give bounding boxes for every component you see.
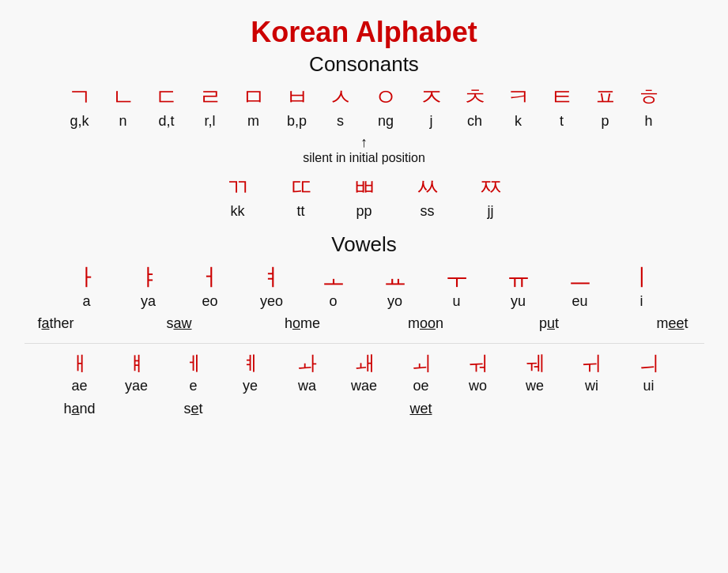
roman-u: u xyxy=(452,292,460,311)
hangul-n: ㄴ xyxy=(111,83,135,111)
underline-wet: wet xyxy=(409,401,432,417)
hangul-we: ㅞ xyxy=(525,352,545,376)
roman-eu: eu xyxy=(571,292,587,311)
hangul-h: ㅎ xyxy=(637,83,661,111)
roman-h: h xyxy=(644,111,652,131)
example-father: father xyxy=(0,315,118,332)
vowel-ye: ㅖ ye xyxy=(222,352,279,396)
underline-a: a xyxy=(41,315,49,331)
hangul-m: ㅁ xyxy=(242,83,266,111)
underline-a-hand: a xyxy=(71,401,79,417)
hangul-oe: ㅚ xyxy=(411,352,432,376)
hangul-eu: ㅡ xyxy=(568,263,592,292)
hangul-s: ㅅ xyxy=(329,83,353,111)
roman-jj: jj xyxy=(488,202,494,221)
hangul-gk: ㄱ xyxy=(68,83,92,111)
roman-oe: oe xyxy=(413,376,428,396)
consonant-ch: ㅊ ch xyxy=(453,83,496,131)
hangul-a: ㅏ xyxy=(75,263,99,292)
hangul-wae: ㅙ xyxy=(354,352,375,376)
roman-p: p xyxy=(601,111,609,131)
roman-dt: d,t xyxy=(158,111,174,131)
vowel-wae: ㅙ wae xyxy=(336,352,393,396)
roman-e: e xyxy=(189,376,197,396)
roman-pp: pp xyxy=(356,202,372,221)
hangul-kk: ㄲ xyxy=(226,173,250,202)
underline-o-home: o xyxy=(292,315,300,331)
vowel-eu: ㅡ eu xyxy=(549,263,611,311)
example-empty2 xyxy=(592,401,706,417)
hangul-e: ㅔ xyxy=(183,352,204,376)
roman-ss: ss xyxy=(421,202,435,221)
roman-we: we xyxy=(526,376,544,396)
hangul-yo: ㅛ xyxy=(383,263,407,292)
hangul-ui: ㅢ xyxy=(639,352,659,376)
hangul-rl: ㄹ xyxy=(198,83,222,111)
hangul-wo: ㅝ xyxy=(468,352,488,376)
example-hand: hand xyxy=(23,401,137,417)
roman-eo: eo xyxy=(202,292,217,311)
hangul-yu: ㅠ xyxy=(507,263,530,292)
consonant-h: ㅎ h xyxy=(627,83,670,131)
roman-wi: wi xyxy=(585,376,598,396)
roman-ng: ng xyxy=(378,111,394,131)
vowel-a: ㅏ a xyxy=(56,263,118,311)
hangul-pp: ㅃ xyxy=(353,173,376,202)
roman-ui: ui xyxy=(643,376,654,396)
consonant-k: ㅋ k xyxy=(496,83,540,131)
example-moon: moon xyxy=(364,315,488,332)
extra-vowels-row: ㅐ ae ㅒ yae ㅔ e ㅖ ye ㅘ wa ㅙ wae ㅚ oe ㅝ wo xyxy=(25,352,704,396)
vowel-yo: ㅛ yo xyxy=(364,263,426,311)
example-home: home xyxy=(241,315,364,332)
silent-note: ↑ silent in initial position xyxy=(25,134,704,165)
roman-a: a xyxy=(82,292,90,311)
consonant-p: ㅍ p xyxy=(583,83,627,131)
hangul-wa: ㅘ xyxy=(297,352,318,376)
example-wet xyxy=(251,401,364,417)
roman-t: t xyxy=(560,111,564,131)
consonant-bp: ㅂ b,p xyxy=(275,83,319,131)
vowel-ae: ㅐ ae xyxy=(51,352,108,396)
tense-jj: ㅉ jj xyxy=(459,173,522,221)
hangul-jj: ㅉ xyxy=(479,173,503,202)
up-arrow-icon: ↑ xyxy=(25,134,704,151)
consonant-dt: ㄷ d,t xyxy=(145,83,188,131)
example-put: put xyxy=(488,315,611,332)
basic-vowels-row: ㅏ a ㅑ ya ㅓ eo ㅕ yeo ㅗ o ㅛ yo xyxy=(25,263,704,311)
vowel-o: ㅗ o xyxy=(303,263,364,311)
hangul-k: ㅋ xyxy=(507,83,530,111)
roman-s: s xyxy=(337,111,344,131)
roman-tt: tt xyxy=(296,202,304,221)
vowel-e: ㅔ e xyxy=(165,352,222,396)
underline-u-put: u xyxy=(547,315,555,331)
roman-ae: ae xyxy=(71,376,87,396)
roman-ch: ch xyxy=(467,111,482,131)
hangul-yeo: ㅕ xyxy=(260,263,284,292)
roman-rl: r,l xyxy=(204,111,215,131)
roman-wa: wa xyxy=(298,376,316,396)
hangul-tt: ㄸ xyxy=(289,173,313,202)
roman-k: k xyxy=(515,111,522,131)
consonant-t: ㅌ t xyxy=(540,83,583,131)
hangul-j: ㅈ xyxy=(420,83,443,111)
tense-kk: ㄲ kk xyxy=(206,173,270,221)
roman-j: j xyxy=(430,111,433,131)
vowel-i: ㅣ i xyxy=(611,263,673,311)
example-empty1 xyxy=(478,401,592,417)
example-row-basic: father saw home moon put meet xyxy=(25,315,704,332)
roman-i: i xyxy=(640,292,643,311)
vowel-ui: ㅢ ui xyxy=(620,352,677,396)
underline-aw: aw xyxy=(173,315,191,331)
vowels-title: Vowels xyxy=(25,232,704,257)
example-saw: saw xyxy=(118,315,241,332)
vowel-u: ㅜ u xyxy=(426,263,488,311)
vowel-yeo: ㅕ yeo xyxy=(241,263,303,311)
underline-oo: oo xyxy=(420,315,436,331)
vowel-oe: ㅚ oe xyxy=(393,352,450,396)
roman-bp: b,p xyxy=(287,111,307,131)
hangul-u: ㅜ xyxy=(445,263,469,292)
hangul-ae: ㅐ xyxy=(70,352,90,376)
roman-wae: wae xyxy=(351,376,377,396)
vowel-wo: ㅝ wo xyxy=(450,352,507,396)
page-title: Korean Alphabet xyxy=(25,16,704,49)
